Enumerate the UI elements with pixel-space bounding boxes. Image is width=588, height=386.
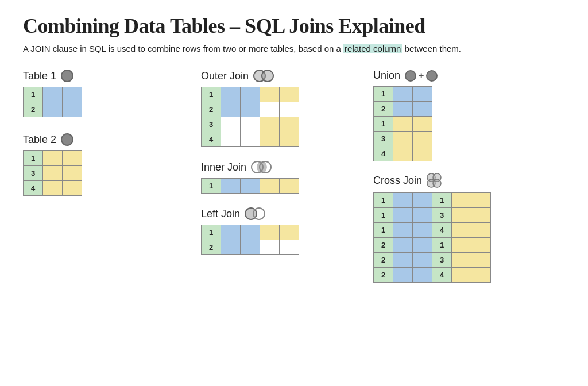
table-row: 1 4 [374, 223, 491, 238]
cell-data [413, 193, 432, 208]
cell-data [471, 208, 491, 223]
table-row: 1 [202, 225, 299, 240]
cell-data [63, 166, 82, 181]
page-title: Combining Data Tables – SQL Joins Explai… [23, 14, 565, 38]
cell-data [280, 132, 299, 147]
cross-join-title: Cross Join [373, 173, 565, 188]
table1-section: Table 1 1 2 [23, 70, 177, 117]
cell-data [393, 117, 413, 132]
cell-id: 1 [202, 179, 221, 194]
cell-data [260, 132, 280, 147]
cell-data [413, 268, 432, 283]
union-icon: + [405, 70, 438, 82]
table-row: 2 [374, 102, 432, 117]
cell-data [452, 253, 471, 268]
inner-join-label: Inner Join [201, 161, 246, 173]
cell-data [280, 102, 299, 117]
cell-id: 1 [374, 193, 393, 208]
cell-data [43, 151, 63, 166]
left-join-icon [245, 207, 266, 220]
inner-join-table: 1 [201, 178, 299, 194]
cell-data [260, 179, 280, 194]
table-row: 2 3 [374, 253, 491, 268]
cell-id: 2 [374, 102, 393, 117]
cell-id: 1 [202, 87, 221, 102]
cell-data [393, 193, 413, 208]
cell-id2: 4 [432, 268, 452, 283]
cell-data [260, 117, 280, 132]
cell-data [393, 223, 413, 238]
cell-id: 1 [374, 117, 393, 132]
table-row: 2 [202, 102, 299, 117]
cell-data [280, 240, 299, 255]
cell-id2: 3 [432, 253, 452, 268]
table1: 1 2 [23, 87, 82, 117]
cell-id2: 1 [432, 193, 452, 208]
cell-data [452, 223, 471, 238]
cell-data [413, 208, 432, 223]
cell-data [280, 225, 299, 240]
table2-icon [61, 133, 74, 146]
cell-data [393, 253, 413, 268]
subtitle-highlight: related column [343, 44, 402, 53]
cell-data [471, 253, 491, 268]
cell-data [221, 225, 241, 240]
table-row: 3 [24, 166, 82, 181]
outer-join-label: Outer Join [201, 70, 249, 82]
inner-join-icon [251, 161, 273, 173]
cell-data [260, 87, 280, 102]
left-join-table: 1 2 [201, 225, 299, 255]
cell-id: 2 [202, 102, 221, 117]
cell-data [260, 240, 280, 255]
cell-id: 2 [374, 238, 393, 253]
cell-data [393, 208, 413, 223]
cell-data [452, 238, 471, 253]
cell-id: 4 [202, 132, 221, 147]
cell-id: 3 [24, 166, 43, 181]
cell-data [241, 102, 260, 117]
cell-data [241, 87, 260, 102]
cell-data [241, 132, 260, 147]
cell-data [393, 238, 413, 253]
cell-id2: 3 [432, 208, 452, 223]
cross-join-table: 1 1 1 3 [373, 192, 491, 283]
cell-id: 4 [24, 181, 43, 196]
cell-id: 4 [374, 146, 393, 161]
cell-data [221, 117, 241, 132]
cell-id: 1 [374, 208, 393, 223]
cell-data [393, 132, 413, 146]
cell-data [452, 268, 471, 283]
cell-data [413, 132, 432, 146]
cell-data [260, 102, 280, 117]
cell-data [393, 87, 413, 102]
cell-data [471, 238, 491, 253]
table-row: 1 [202, 87, 299, 102]
cell-data [43, 102, 63, 117]
table-row: 3 [202, 117, 299, 132]
table1-title: Table 1 [23, 70, 177, 82]
cell-data [63, 102, 82, 117]
union-circle1 [405, 70, 416, 82]
subtitle: A JOIN clause in SQL is used to combine … [23, 44, 565, 53]
outer-join-table: 1 2 3 [201, 87, 299, 147]
right-column: Union + 1 2 [362, 70, 565, 283]
table-row: 1 [24, 87, 82, 102]
table2-label: Table 2 [23, 134, 56, 146]
cell-data [63, 87, 82, 102]
outer-join-icon [253, 70, 275, 82]
table-row: 2 1 [374, 238, 491, 253]
cross-join-label: Cross Join [373, 175, 422, 187]
cell-id: 1 [24, 151, 43, 166]
table-row: 2 4 [374, 268, 491, 283]
cell-data [452, 208, 471, 223]
table1-icon [61, 70, 74, 82]
cell-data [280, 179, 299, 194]
cell-id2: 1 [432, 238, 452, 253]
left-join-label: Left Join [201, 208, 240, 220]
table-row: 1 [202, 179, 299, 194]
table-row: 1 3 [374, 208, 491, 223]
table-row: 1 [374, 87, 432, 102]
cell-data [413, 87, 432, 102]
table-row: 1 1 [374, 193, 491, 208]
table1-label: Table 1 [23, 70, 56, 82]
